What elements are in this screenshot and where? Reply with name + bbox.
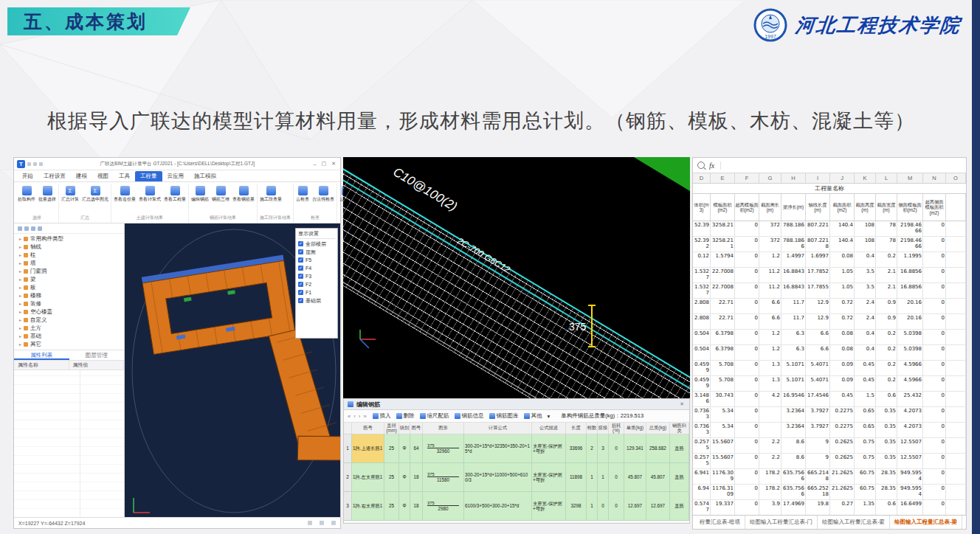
cell[interactable] [946, 221, 966, 236]
cell[interactable]: 635.7566 [781, 469, 806, 484]
cell[interactable]: 12.9 [806, 314, 830, 329]
cell[interactable]: 1.3 [759, 376, 781, 391]
table-row[interactable]: 52.3923258.2110372788.1866807.2218140.41… [693, 237, 966, 252]
cell[interactable]: 0.4599 [693, 361, 711, 375]
cell[interactable]: 0 [923, 500, 946, 515]
cell[interactable]: 11.7 [781, 314, 806, 329]
floor-row[interactable]: ✓ F1 [298, 288, 335, 297]
cell[interactable]: 0.27 [830, 500, 855, 515]
close-icon[interactable]: ✕ [678, 401, 686, 407]
cell[interactable] [946, 345, 966, 360]
property-grid[interactable] [14, 370, 124, 517]
cell[interactable]: 0 [923, 454, 946, 468]
cell[interactable]: 0.08 [830, 345, 855, 360]
caret-icon[interactable]: ▸ [19, 252, 21, 257]
cell[interactable]: 0.08 [830, 252, 855, 267]
cell[interactable]: 0.45 [830, 392, 855, 406]
tree-item[interactable]: ▸ 楼梯 [14, 291, 124, 299]
cell[interactable]: 5.34 [711, 407, 735, 422]
quantity-column-header[interactable]: 截面高度(m) [855, 194, 876, 221]
cell[interactable]: 788.1866 [781, 237, 806, 252]
tree-item[interactable]: ▸ 轴线 [14, 243, 124, 251]
cell[interactable]: 0.2575 [693, 454, 711, 468]
cell[interactable]: 0 [923, 423, 946, 437]
merged-title-cell[interactable]: 工程量名称 [693, 184, 966, 194]
cell[interactable]: 0 [735, 500, 759, 515]
cell[interactable]: 0 [923, 407, 946, 422]
cell[interactable]: 0 [923, 485, 946, 499]
cell[interactable]: 0.35 [876, 438, 897, 453]
cell[interactable]: 0.12 [693, 252, 711, 267]
cell[interactable]: 0.2 [876, 361, 897, 375]
caret-icon[interactable]: ▸ [19, 301, 21, 306]
table-row[interactable]: 6.9411176.3090178.2635.7566665.214821.26… [693, 469, 966, 485]
ribbon-tab[interactable]: 开始 [17, 171, 38, 181]
cell[interactable]: 0.2625 [830, 454, 855, 468]
ribbon-tool[interactable]: 汇总选中图元 [82, 184, 108, 203]
checkbox-icon[interactable]: ✓ [298, 282, 303, 287]
sheet-tab[interactable]: 程量汇总表-暗墙 [695, 516, 745, 529]
cell[interactable]: 20.16 [897, 299, 923, 313]
cell[interactable]: 16.8843 [781, 268, 806, 282]
cell[interactable]: 5.1071 [781, 376, 806, 391]
table-row[interactable]: 6.941176.31090178.2635.7566665.2521821.2… [693, 485, 966, 500]
cell[interactable]: 0.65 [855, 407, 876, 422]
cell[interactable]: 0 [735, 330, 759, 344]
cell[interactable] [946, 407, 966, 422]
cell[interactable]: 635.7566 [781, 485, 806, 499]
cell[interactable]: 28.35 [876, 469, 897, 484]
cell[interactable]: 4.2 [759, 392, 781, 406]
ribbon-tool[interactable]: 批量选择 [38, 184, 56, 203]
cell[interactable]: 3.5 [855, 283, 876, 298]
column-header[interactable]: 总重(kg) [646, 423, 670, 434]
rebar-row[interactable]: 1 1跨.上通长筋1 25 Φ 64 375 32960 300-20+15*d… [344, 434, 689, 463]
cell[interactable]: 20.16 [897, 314, 923, 329]
cell[interactable]: 19.8 [806, 500, 830, 515]
cell[interactable]: 0.4 [855, 252, 876, 267]
toolbar-button[interactable]: 钢筋信息 [455, 412, 484, 420]
caret-icon[interactable]: ▸ [19, 293, 21, 298]
cell[interactable]: 2.2 [759, 454, 781, 468]
column-header[interactable]: 损耗(%) [609, 423, 624, 434]
panel-toolbar-icon[interactable] [31, 226, 35, 231]
cell[interactable]: 0 [923, 438, 946, 453]
cell[interactable]: 1.5327 [693, 268, 711, 282]
cell[interactable]: 1.2 [759, 330, 781, 344]
cell[interactable]: 0 [923, 221, 946, 236]
cell[interactable]: 3.9 [759, 500, 781, 515]
ribbon-tool[interactable]: 查看计算式 [139, 184, 161, 203]
tree-item[interactable]: ▸ 土方 [14, 324, 124, 332]
rebar-row[interactable]: 2 1跨.左支座筋1 25 Φ 18 375 11580 300-20+15*d… [344, 463, 689, 492]
ribbon-tab[interactable]: 工程量 [135, 171, 162, 181]
cell[interactable]: 6.6 [759, 314, 781, 329]
cell[interactable]: 12.5507 [897, 438, 923, 453]
cell[interactable]: 6.6 [759, 299, 781, 313]
cell[interactable]: 807.221 [806, 221, 830, 236]
cell[interactable]: 16.9546 [781, 392, 806, 406]
checkbox-icon[interactable]: ✓ [298, 266, 303, 271]
column-header[interactable]: 图形 [423, 423, 464, 434]
cell[interactable]: 6.3 [781, 345, 806, 360]
cell[interactable]: 21.2625 [830, 469, 855, 484]
cell[interactable]: 1176.3109 [711, 485, 735, 499]
tree-item[interactable]: ▸ 门窗洞 [14, 267, 124, 275]
toolbar-button[interactable]: 删除 [396, 412, 415, 420]
quantity-column-header[interactable]: 轴线长度(m) [806, 194, 830, 221]
record-nav-arrows[interactable]: « ‹ › » [348, 413, 368, 420]
cell[interactable] [946, 361, 966, 375]
tree-item[interactable]: ▸ 自定义 [14, 316, 124, 324]
cell[interactable] [946, 252, 966, 267]
tree-item[interactable]: ▸ 其它 [14, 340, 124, 348]
cell[interactable]: 22.7008 [711, 268, 735, 282]
ribbon-tool[interactable]: 编辑钢筋 [191, 184, 209, 203]
cell[interactable]: 2.1 [876, 268, 897, 282]
cell[interactable]: 0 [923, 237, 946, 252]
cell[interactable]: 16.8856 [897, 283, 923, 298]
cell[interactable]: 6.941 [693, 469, 711, 484]
floor-row[interactable]: ✓ F2 [298, 280, 335, 288]
column-header[interactable]: 计算公式 [464, 423, 532, 434]
cell[interactable]: 0 [923, 345, 946, 360]
quantity-column-header[interactable] [946, 194, 966, 221]
quantity-column-header[interactable]: 截面宽度(m) [876, 194, 897, 221]
checkbox-icon[interactable]: ✓ [298, 290, 303, 295]
